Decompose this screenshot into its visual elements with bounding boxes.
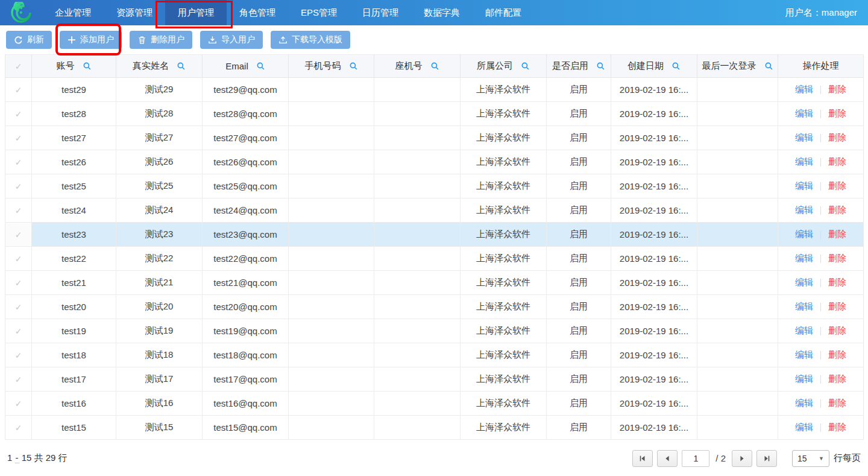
refresh-button[interactable]: 刷新 — [6, 31, 52, 49]
search-icon[interactable] — [596, 62, 605, 71]
search-icon[interactable] — [83, 62, 92, 71]
page-size-select[interactable]: 15 ▼ — [792, 450, 829, 467]
edit-link[interactable]: 编辑 — [795, 108, 813, 118]
delete-link[interactable]: 删除 — [828, 132, 846, 142]
delete-link[interactable]: 删除 — [828, 277, 846, 287]
delete-link[interactable]: 删除 — [828, 84, 846, 94]
row-select-cell[interactable]: ✓ — [5, 343, 32, 367]
table-row[interactable]: ✓test27测试27test27@qq.com上海泽众软件启用2019-02-… — [5, 126, 864, 150]
row-select-cell[interactable]: ✓ — [5, 367, 32, 392]
delete-link[interactable]: 删除 — [828, 108, 846, 118]
next-page-button[interactable] — [732, 450, 752, 467]
delete-link[interactable]: 删除 — [828, 229, 846, 239]
nav-item-1[interactable]: 资源管理 — [104, 0, 165, 25]
nav-item-6[interactable]: 数据字典 — [411, 0, 473, 25]
table-row[interactable]: ✓test22测试22test22@qq.com上海泽众软件启用2019-02-… — [5, 247, 864, 271]
table-row[interactable]: ✓test24测试24test24@qq.com上海泽众软件启用2019-02-… — [5, 198, 864, 223]
edit-link[interactable]: 编辑 — [795, 325, 813, 335]
search-icon[interactable] — [764, 62, 773, 71]
prev-page-button[interactable] — [657, 450, 678, 467]
row-select-cell[interactable]: ✓ — [5, 102, 32, 126]
edit-link[interactable]: 编辑 — [795, 349, 813, 360]
cell-landline — [374, 367, 461, 392]
delete-link[interactable]: 删除 — [828, 349, 846, 360]
table-row[interactable]: ✓test25测试25test25@qq.com上海泽众软件启用2019-02-… — [5, 174, 864, 198]
row-select-cell[interactable]: ✓ — [5, 174, 32, 198]
nav-item-4[interactable]: EPS管理 — [288, 0, 350, 25]
nav-item-5[interactable]: 日历管理 — [350, 0, 411, 25]
nav-item-2[interactable]: 用户管理 — [165, 0, 227, 25]
search-icon[interactable] — [430, 62, 439, 71]
delete-link[interactable]: 删除 — [828, 301, 846, 311]
row-select-cell[interactable]: ✓ — [5, 150, 32, 174]
delete-link[interactable]: 删除 — [828, 180, 846, 191]
search-icon[interactable] — [177, 62, 186, 71]
top-navbar: 企业管理资源管理用户管理角色管理EPS管理日历管理数据字典邮件配置 用户名：ma… — [0, 0, 868, 25]
row-select-cell[interactable]: ✓ — [5, 295, 32, 319]
cell-landline — [374, 198, 461, 223]
edit-link[interactable]: 编辑 — [795, 398, 813, 408]
delete-user-button[interactable]: 删除用户 — [130, 31, 192, 49]
edit-link[interactable]: 编辑 — [795, 229, 813, 239]
edit-link[interactable]: 编辑 — [795, 156, 813, 167]
table-row[interactable]: ✓test26测试26test26@qq.com上海泽众软件启用2019-02-… — [5, 150, 864, 174]
cell-created: 2019-02-19 16:... — [611, 416, 697, 440]
delete-link[interactable]: 删除 — [828, 422, 846, 432]
edit-link[interactable]: 编辑 — [795, 301, 813, 311]
delete-link[interactable]: 删除 — [828, 325, 846, 335]
search-icon[interactable] — [349, 62, 358, 71]
cell-email: test19@qq.com — [203, 319, 289, 343]
row-select-cell[interactable]: ✓ — [5, 198, 32, 223]
table-row[interactable]: ✓test17测试17test17@qq.com上海泽众软件启用2019-02-… — [5, 367, 864, 392]
row-select-cell[interactable]: ✓ — [5, 78, 32, 102]
delete-link[interactable]: 删除 — [828, 205, 846, 215]
table-row[interactable]: ✓test16测试16test16@qq.com上海泽众软件启用2019-02-… — [5, 392, 864, 416]
row-select-cell[interactable]: ✓ — [5, 247, 32, 271]
download-template-button[interactable]: 下载导入模版 — [271, 31, 350, 49]
row-select-cell[interactable]: ✓ — [5, 223, 32, 247]
nav-item-7[interactable]: 邮件配置 — [473, 0, 534, 25]
nav-item-3[interactable]: 角色管理 — [227, 0, 288, 25]
table-row[interactable]: ✓test23测试23test23@qq.com上海泽众软件启用2019-02-… — [5, 223, 864, 247]
edit-link[interactable]: 编辑 — [795, 205, 813, 215]
delete-link[interactable]: 删除 — [828, 398, 846, 408]
delete-link[interactable]: 删除 — [828, 156, 846, 167]
table-row[interactable]: ✓test19测试19test19@qq.com上海泽众软件启用2019-02-… — [5, 319, 864, 343]
row-select-cell[interactable]: ✓ — [5, 126, 32, 150]
cell-account: test25 — [32, 174, 116, 198]
first-page-button[interactable] — [632, 450, 653, 467]
delete-link[interactable]: 删除 — [828, 373, 846, 384]
delete-link[interactable]: 删除 — [828, 253, 846, 263]
table-row[interactable]: ✓test29测试29test29@qq.com上海泽众软件启用2019-02-… — [5, 78, 864, 102]
cell-real-name: 测试25 — [116, 174, 203, 198]
edit-link[interactable]: 编辑 — [795, 253, 813, 263]
page-number-input[interactable] — [682, 450, 709, 467]
edit-link[interactable]: 编辑 — [795, 277, 813, 287]
edit-link[interactable]: 编辑 — [795, 373, 813, 384]
search-icon[interactable] — [521, 62, 530, 71]
table-row[interactable]: ✓test18测试18test18@qq.com上海泽众软件启用2019-02-… — [5, 343, 864, 367]
add-user-button[interactable]: 添加用户 — [60, 31, 122, 49]
table-row[interactable]: ✓test21测试21test21@qq.com上海泽众软件启用2019-02-… — [5, 271, 864, 295]
row-select-cell[interactable]: ✓ — [5, 416, 32, 440]
edit-link[interactable]: 编辑 — [795, 84, 813, 94]
row-select-cell[interactable]: ✓ — [5, 319, 32, 343]
cell-real-name: 测试18 — [116, 343, 203, 367]
edit-link[interactable]: 编辑 — [795, 180, 813, 191]
row-select-cell[interactable]: ✓ — [5, 392, 32, 416]
search-icon[interactable] — [671, 62, 681, 71]
row-select-cell[interactable]: ✓ — [5, 271, 32, 295]
cell-landline — [374, 392, 461, 416]
table-row[interactable]: ✓test28测试28test28@qq.com上海泽众软件启用2019-02-… — [5, 102, 864, 126]
import-user-button[interactable]: 导入用户 — [200, 31, 263, 49]
nav-item-0[interactable]: 企业管理 — [42, 0, 104, 25]
cell-mobile — [289, 102, 374, 126]
edit-link[interactable]: 编辑 — [795, 132, 813, 142]
search-icon[interactable] — [256, 62, 265, 71]
last-page-button[interactable] — [756, 450, 777, 467]
cell-landline — [374, 295, 461, 319]
edit-link[interactable]: 编辑 — [795, 422, 813, 432]
table-row[interactable]: ✓test20测试20test20@qq.com上海泽众软件启用2019-02-… — [5, 295, 864, 319]
table-row[interactable]: ✓test15测试15test15@qq.com上海泽众软件启用2019-02-… — [5, 416, 864, 440]
select-all-check[interactable]: ✓ — [15, 62, 22, 71]
